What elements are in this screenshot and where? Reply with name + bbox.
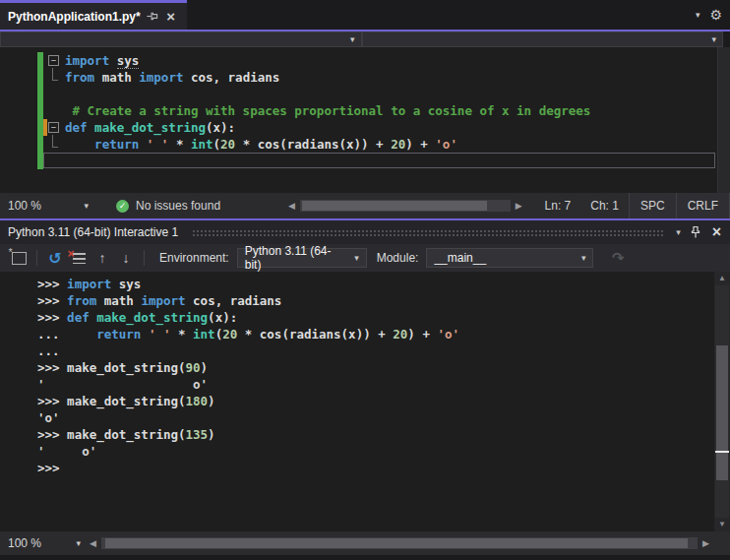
fold-margin[interactable] <box>47 86 61 102</box>
code-text: >>> make_dot_string(90) <box>33 359 208 376</box>
interactive-line[interactable]: >>> def make_dot_string(x): <box>0 309 714 326</box>
star-icon: * <box>9 246 13 258</box>
code-text: # Create a string with spaces proportion… <box>61 102 590 119</box>
scroll-left-icon[interactable]: ◀ <box>87 538 99 548</box>
chevron-down-icon: ▾ <box>350 34 355 44</box>
fold-margin[interactable] <box>47 69 61 86</box>
scrollbar-track[interactable] <box>101 537 698 549</box>
editor-options-gear-icon[interactable]: ⚙ <box>709 8 722 22</box>
pin-window-icon[interactable] <box>689 225 702 239</box>
editor-vertical-scrollbar[interactable] <box>717 47 730 193</box>
chevron-down-icon: ▾ <box>711 34 716 44</box>
breakpoint-margin[interactable] <box>0 52 37 69</box>
scrollbar-track[interactable] <box>300 200 511 212</box>
window-position-chevron-icon[interactable]: ▾ <box>676 227 681 237</box>
indent-mode-indicator[interactable]: SPC <box>629 193 676 218</box>
interactive-line[interactable]: >>> make_dot_string(90) <box>0 359 714 376</box>
reset-button[interactable]: ↺ <box>44 247 66 269</box>
editor-horizontal-scrollbar[interactable]: ◀ ▶ <box>285 200 525 212</box>
code-text: >>> make_dot_string(135) <box>33 426 215 443</box>
breakpoint-margin[interactable] <box>0 86 37 102</box>
code-text: >>> <box>33 460 60 476</box>
scroll-right-icon[interactable]: ▶ <box>700 538 712 548</box>
interactive-toolbar: * ↺ × ↑ ↓ Environment: Python 3.11 (64-b… <box>0 244 730 272</box>
fold-margin[interactable]: − <box>47 52 61 69</box>
interactive-vertical-scrollbar[interactable]: ▲ ▼ <box>714 272 730 531</box>
editor-code-line[interactable]: from math import cos, radians <box>0 69 717 86</box>
code-text: >>> def make_dot_string(x): <box>33 309 237 326</box>
interactive-line[interactable]: 'o' <box>0 409 714 426</box>
close-window-icon[interactable]: × <box>710 225 723 239</box>
issues-indicator[interactable]: ✓ No issues found <box>116 199 220 213</box>
breakpoint-margin[interactable] <box>0 136 37 153</box>
interactive-line[interactable]: >>> from math import cos, radians <box>0 292 714 309</box>
editor-code-line[interactable] <box>0 153 717 169</box>
scroll-right-icon[interactable]: ▶ <box>513 201 525 211</box>
history-next-button[interactable]: ↓ <box>115 247 137 269</box>
new-interactive-window-button[interactable]: * <box>8 247 30 269</box>
scrollbar-thumb[interactable] <box>302 201 487 211</box>
interactive-zoom-control[interactable]: 100 % ▾ <box>8 536 87 550</box>
interactive-line[interactable]: >>> make_dot_string(135) <box>0 426 714 443</box>
editor-code-line[interactable]: −def make_dot_string(x): <box>0 119 717 136</box>
tab-list-chevron-icon[interactable]: ▾ <box>696 10 700 20</box>
interactive-window-icon: * <box>12 252 27 265</box>
interactive-line[interactable]: >>> make_dot_string(180) <box>0 393 714 409</box>
interactive-line[interactable]: ' o' <box>0 443 714 460</box>
interactive-line[interactable]: ... <box>0 342 714 359</box>
interactive-line[interactable]: ' o' <box>0 376 714 393</box>
document-tab-bar: PythonApplication1.py* × ▾ ⚙ <box>0 0 730 30</box>
editor-code-line[interactable] <box>0 86 717 102</box>
interactive-repl[interactable]: >>> import sys>>> from math import cos, … <box>0 272 730 531</box>
breakpoint-margin[interactable] <box>0 102 37 119</box>
fold-guide <box>52 68 58 81</box>
fold-margin[interactable]: − <box>47 119 61 136</box>
types-dropdown[interactable]: ▾ <box>0 31 362 47</box>
code-text: import sys <box>61 52 139 69</box>
fold-collapse-icon[interactable]: − <box>48 122 59 133</box>
breakpoint-margin[interactable] <box>0 153 37 169</box>
fold-margin[interactable] <box>47 136 61 153</box>
breakpoint-margin[interactable] <box>0 69 37 86</box>
editor-code-line[interactable]: return ' ' * int(20 * cos(radians(x)) + … <box>0 136 717 153</box>
toolbar-separator <box>36 250 37 266</box>
code-text: ' o' <box>33 443 96 460</box>
scrollbar-thumb[interactable] <box>105 538 688 548</box>
chevron-down-icon: ▾ <box>574 253 586 263</box>
clear-screen-button[interactable]: × <box>68 247 90 269</box>
line-ending-indicator[interactable]: CRLF <box>676 193 730 218</box>
chevron-down-icon: ▾ <box>84 201 89 211</box>
editor-zoom-level: 100 % <box>8 199 41 213</box>
redo-button[interactable]: ↷ <box>607 247 629 269</box>
interactive-window-title-bar[interactable]: Python 3.11 (64-bit) Interactive 1 ▾ × <box>0 218 730 244</box>
code-text: >>> make_dot_string(180) <box>33 393 215 409</box>
close-tab-icon[interactable]: × <box>162 10 179 24</box>
history-previous-button[interactable]: ↑ <box>91 247 113 269</box>
scroll-down-icon[interactable]: ▼ <box>714 518 730 531</box>
pin-tab-icon[interactable] <box>146 10 158 23</box>
scroll-left-icon[interactable]: ◀ <box>285 201 298 211</box>
interactive-line[interactable]: >>> import sys <box>0 276 714 292</box>
interactive-line[interactable]: >>> <box>0 460 714 476</box>
breakpoint-margin[interactable] <box>0 119 37 136</box>
interactive-zoom-level: 100 % <box>8 536 41 550</box>
scrollbar-track[interactable] <box>715 285 729 518</box>
module-label: Module: <box>377 251 419 265</box>
code-editor[interactable]: −import sysfrom math import cos, radians… <box>0 47 730 193</box>
fold-collapse-icon[interactable]: − <box>48 55 59 66</box>
interactive-line[interactable]: ... return ' ' * int(20 * cos(radians(x)… <box>0 326 714 342</box>
document-tab[interactable]: PythonApplication1.py* × <box>0 0 187 30</box>
editor-code-line[interactable]: # Create a string with spaces proportion… <box>0 102 717 119</box>
environment-dropdown[interactable]: Python 3.11 (64-bit) ▾ <box>237 248 367 268</box>
code-text: def make_dot_string(x): <box>61 119 235 136</box>
scroll-up-icon[interactable]: ▲ <box>714 272 730 285</box>
fold-margin[interactable] <box>47 102 61 119</box>
drag-handle[interactable] <box>192 229 664 238</box>
editor-zoom-control[interactable]: 100 % ▾ <box>8 199 94 213</box>
module-dropdown[interactable]: __main__ ▾ <box>426 248 593 268</box>
interactive-lines[interactable]: >>> import sys>>> from math import cos, … <box>0 272 714 531</box>
members-dropdown[interactable]: ▾ <box>362 31 724 47</box>
scrollbar-thumb[interactable] <box>716 345 728 480</box>
editor-lines[interactable]: −import sysfrom math import cos, radians… <box>0 47 717 193</box>
editor-code-line[interactable]: −import sys <box>0 52 717 69</box>
